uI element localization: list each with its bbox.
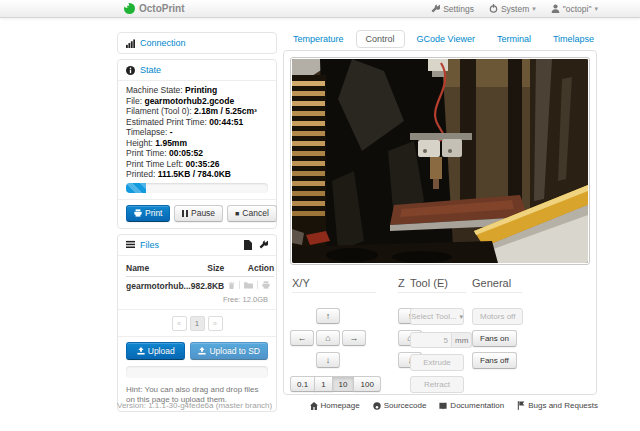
state-panel: State Machine State: Printing File: gear… bbox=[117, 59, 277, 229]
webcam-frame bbox=[290, 57, 590, 265]
step-size-group: 0.1 1 10 100 bbox=[290, 376, 381, 392]
state-machine-state: Machine State: Printing bbox=[126, 85, 268, 96]
cancel-button[interactable]: ■ Cancel bbox=[227, 205, 277, 222]
stop-icon: ■ bbox=[235, 210, 239, 217]
files-panel-body: Name Size Action gearmotorhub... 982.8KB bbox=[118, 255, 276, 411]
file-size: 982.8KB bbox=[191, 281, 225, 291]
homepage-link[interactable]: Homepage bbox=[310, 401, 360, 410]
state-file: File: gearmotorhub2.gcode bbox=[126, 96, 268, 107]
state-print-time: Print Time: 00:05:52 bbox=[126, 148, 268, 159]
delete-file-icon[interactable] bbox=[224, 281, 239, 290]
step-0.1-button[interactable]: 0.1 bbox=[290, 376, 315, 392]
brand-title: OctoPrint bbox=[139, 3, 185, 14]
pause-icon bbox=[182, 210, 188, 217]
print-file-icon[interactable] bbox=[257, 281, 274, 289]
caret-down-icon: ▾ bbox=[594, 5, 598, 12]
files-settings-wrench-icon[interactable] bbox=[259, 240, 268, 249]
load-file-icon[interactable] bbox=[239, 281, 257, 289]
extrude-amount: mm bbox=[410, 332, 472, 348]
bugs-flag-icon-link[interactable]: Bugs and Requests bbox=[517, 401, 598, 410]
brand[interactable]: OctoPrint bbox=[124, 3, 185, 14]
jog-x-plus-button[interactable]: → bbox=[342, 330, 366, 346]
webcam-image bbox=[292, 59, 588, 263]
upload-progress-bar bbox=[126, 366, 268, 378]
system-menu-item[interactable]: System ▾ bbox=[489, 4, 536, 14]
tab-control[interactable]: Control bbox=[356, 30, 405, 48]
pause-button[interactable]: Pause bbox=[174, 205, 223, 222]
info-icon bbox=[126, 66, 135, 75]
navbar-menu: Settings System ▾ "octopi" ▾ bbox=[431, 4, 598, 14]
signal-icon bbox=[126, 39, 135, 48]
connection-panel-header[interactable]: Connection bbox=[118, 33, 276, 53]
home-icon bbox=[310, 402, 318, 410]
extrude-button[interactable]: Extrude bbox=[410, 354, 464, 371]
jog-x-minus-button[interactable]: ← bbox=[290, 330, 314, 346]
fans-off-button[interactable]: Fans off bbox=[472, 352, 517, 369]
user-menu-item[interactable]: "octopi" ▾ bbox=[551, 4, 598, 14]
extrude-amount-input[interactable] bbox=[410, 332, 452, 348]
state-estimated-time: Estimated Print Time: 00:44:51 bbox=[126, 117, 268, 128]
version-text: Version: 1.1.1-30-g4fede6a (master branc… bbox=[117, 401, 272, 410]
general-header: General bbox=[472, 277, 522, 293]
settings-menu-item[interactable]: Settings bbox=[431, 4, 474, 14]
step-1-button[interactable]: 1 bbox=[314, 376, 332, 392]
state-height: Height: 1.95mm bbox=[126, 138, 268, 149]
retract-button[interactable]: Retract bbox=[410, 376, 464, 393]
sourcecode-link[interactable]: Sourcecode bbox=[373, 401, 427, 410]
main-tabs: Temperature Control GCode Viewer Termina… bbox=[283, 30, 604, 48]
col-name: Name bbox=[126, 260, 191, 277]
state-panel-header[interactable]: State bbox=[118, 60, 276, 80]
upload-icon bbox=[137, 347, 145, 355]
tab-gcode-viewer[interactable]: GCode Viewer bbox=[407, 30, 485, 48]
github-circle-icon bbox=[373, 402, 381, 410]
state-filament: Filament (Tool 0): 2.18m / 5.25cm³ bbox=[126, 106, 268, 117]
state-timelapse: Timelapse: - bbox=[126, 127, 268, 138]
file-icon[interactable] bbox=[244, 240, 252, 250]
state-printed: Printed: 111.5KB / 784.0KB bbox=[126, 169, 268, 180]
extrude-amount-unit: mm bbox=[452, 332, 472, 348]
octoprint-logo-icon bbox=[124, 3, 135, 14]
col-size: Size bbox=[191, 260, 225, 277]
page-current[interactable]: 1 bbox=[190, 316, 205, 331]
fans-on-button[interactable]: Fans on bbox=[472, 330, 517, 347]
files-table: Name Size Action gearmotorhub... 982.8KB bbox=[126, 260, 274, 294]
arrow-down-icon: ↓ bbox=[326, 355, 331, 365]
navbar: OctoPrint Settings System ▾ "octopi" bbox=[0, 0, 640, 18]
print-icon bbox=[134, 209, 142, 217]
upload-buttons: Upload Upload to SD bbox=[126, 342, 268, 360]
page-prev-button[interactable]: « bbox=[172, 316, 187, 331]
xy-header: X/Y bbox=[292, 277, 376, 293]
jog-y-minus-button[interactable]: ↓ bbox=[316, 352, 340, 368]
files-panel-header[interactable]: Files bbox=[118, 235, 276, 255]
print-controls: Print Pause ■ Cancel bbox=[118, 199, 276, 228]
caret-down-icon: ▾ bbox=[532, 5, 536, 12]
book-icon bbox=[439, 402, 447, 410]
col-action: Action bbox=[224, 260, 274, 277]
print-progress-fill bbox=[126, 183, 146, 193]
print-button[interactable]: Print bbox=[126, 205, 170, 222]
tab-timelapse[interactable]: Timelapse bbox=[543, 30, 604, 48]
step-10-button[interactable]: 10 bbox=[332, 376, 355, 392]
list-icon bbox=[126, 240, 135, 249]
arrow-up-icon: ↑ bbox=[326, 311, 331, 321]
octoprint-app: OctoPrint Settings System ▾ "octopi" bbox=[0, 0, 640, 431]
jog-y-plus-button[interactable]: ↑ bbox=[316, 308, 340, 324]
home-icon: ⌂ bbox=[325, 333, 330, 343]
tab-terminal[interactable]: Terminal bbox=[487, 30, 541, 48]
state-print-time-left: Print Time Left: 00:35:26 bbox=[126, 159, 268, 170]
arrow-left-icon: ← bbox=[298, 333, 307, 343]
file-name: gearmotorhub... bbox=[126, 281, 191, 291]
upload-button[interactable]: Upload bbox=[126, 342, 185, 360]
tab-temperature[interactable]: Temperature bbox=[283, 30, 354, 48]
select-tool-dropdown[interactable]: Select Tool... ▾ bbox=[410, 308, 464, 325]
step-100-button[interactable]: 100 bbox=[353, 376, 380, 392]
motors-off-button[interactable]: Motors off bbox=[472, 308, 523, 325]
upload-to-sd-button[interactable]: Upload to SD bbox=[190, 342, 268, 360]
documentation-link[interactable]: Documentation bbox=[439, 401, 504, 410]
home-xy-button[interactable]: ⌂ bbox=[316, 330, 340, 346]
file-row[interactable]: gearmotorhub... 982.8KB bbox=[126, 276, 274, 294]
files-pagination: « 1 » bbox=[126, 316, 268, 331]
state-panel-body: Machine State: Printing File: gearmotorh… bbox=[118, 80, 276, 199]
wrench-icon bbox=[431, 4, 440, 13]
page-next-button[interactable]: » bbox=[208, 316, 223, 331]
